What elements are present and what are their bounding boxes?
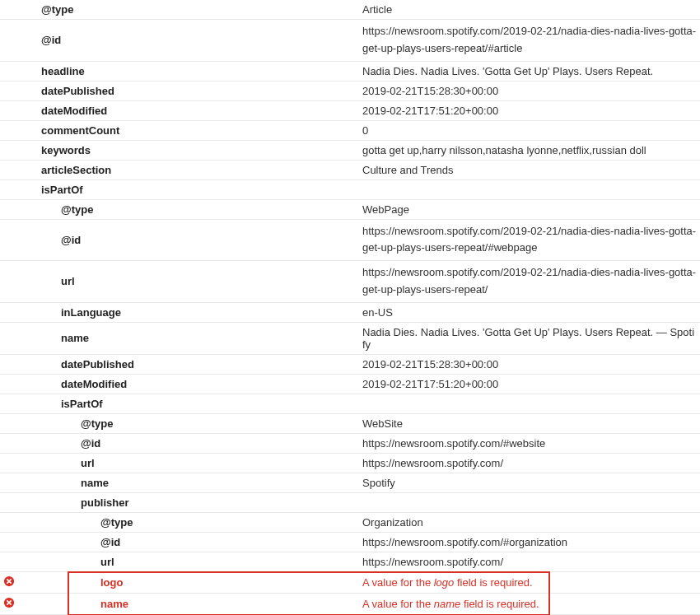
property-key-cell: name	[0, 473, 362, 492]
property-value: Nadia Dies. Nadia Lives. 'Gotta Get Up' …	[362, 323, 700, 354]
property-row[interactable]: articleSectionCulture and Trends	[0, 161, 700, 180]
property-value: Culture and Trends	[362, 161, 700, 179]
property-value: A value for the logo field is required.	[362, 573, 700, 592]
property-value: Nadia Dies. Nadia Lives. 'Gotta Get Up' …	[362, 62, 700, 81]
property-key-cell: url	[0, 552, 362, 571]
property-key-cell: @type	[0, 200, 362, 219]
property-key-cell: url	[0, 454, 362, 473]
property-key: name	[18, 477, 109, 489]
property-key-cell: headline	[0, 62, 362, 81]
property-key: datePublished	[18, 358, 134, 370]
property-value: A value for the name field is required.	[362, 594, 700, 613]
property-row[interactable]: headlineNadia Dies. Nadia Lives. 'Gotta …	[0, 62, 700, 82]
property-key: @id	[18, 34, 61, 46]
property-value: https://newsroom.spotify.com/#organizati…	[362, 533, 700, 552]
property-key-cell: @type	[0, 414, 362, 433]
structured-data-table: @typeArticle@idhttps://newsroom.spotify.…	[0, 0, 700, 615]
property-key: isPartOf	[18, 184, 83, 196]
property-key-cell: dateModified	[0, 101, 362, 120]
property-key: url	[18, 275, 75, 287]
property-key-cell: datePublished	[0, 355, 362, 374]
property-value: Spotify	[362, 473, 700, 492]
error-icon	[3, 575, 15, 589]
property-key-cell: @id	[0, 231, 362, 249]
property-row[interactable]: @typeWebSite	[0, 414, 700, 434]
property-key-cell: inLanguage	[0, 303, 362, 322]
property-key-cell: name	[0, 594, 362, 614]
property-key-cell: publisher	[0, 493, 362, 512]
property-key-cell: name	[0, 328, 362, 347]
property-value: https://newsroom.spotify.com/2019-02-21/…	[362, 261, 700, 302]
property-row[interactable]: publisher	[0, 493, 700, 513]
property-row[interactable]: @idhttps://newsroom.spotify.com/#website	[0, 434, 700, 454]
property-row[interactable]: keywordsgotta get up,harry nilsson,natas…	[0, 141, 700, 161]
property-row[interactable]: urlhttps://newsroom.spotify.com/	[0, 552, 700, 572]
property-key-cell: keywords	[0, 141, 362, 160]
property-key: logo	[18, 576, 123, 589]
property-value: Organization	[362, 513, 700, 532]
property-key-cell: articleSection	[0, 161, 362, 179]
property-key: @id	[18, 234, 81, 246]
property-key: keywords	[18, 144, 91, 156]
property-key-cell: @id	[0, 434, 362, 453]
property-key: @type	[18, 3, 73, 16]
property-value: 2019-02-21T17:51:20+00:00	[362, 101, 700, 120]
property-key: @type	[18, 417, 113, 430]
property-row[interactable]: datePublished2019-02-21T15:28:30+00:00	[0, 82, 700, 101]
error-icon	[3, 597, 15, 611]
property-row[interactable]: urlhttps://newsroom.spotify.com/	[0, 454, 700, 473]
property-value: 2019-02-21T15:28:30+00:00	[362, 355, 700, 374]
row-icon-column	[0, 575, 18, 589]
property-value: 0	[362, 121, 700, 140]
property-value: 2019-02-21T15:28:30+00:00	[362, 82, 700, 100]
property-value	[362, 499, 700, 506]
property-row[interactable]: isPartOf	[0, 394, 700, 414]
property-row[interactable]: logoA value for the logo field is requir…	[0, 572, 700, 594]
property-key: articleSection	[18, 164, 111, 176]
property-row[interactable]: @idhttps://newsroom.spotify.com/2019-02-…	[0, 220, 700, 262]
property-key-cell: @id	[0, 533, 362, 552]
property-row[interactable]: @idhttps://newsroom.spotify.com/2019-02-…	[0, 20, 700, 62]
property-row[interactable]: @typeWebPage	[0, 200, 700, 220]
property-row[interactable]: datePublished2019-02-21T15:28:30+00:00	[0, 355, 700, 375]
property-key: name	[18, 598, 128, 610]
property-value: WebPage	[362, 200, 700, 219]
property-row[interactable]: @idhttps://newsroom.spotify.com/#organiz…	[0, 533, 700, 552]
property-row[interactable]: @typeOrganization	[0, 513, 700, 533]
property-key: url	[18, 457, 95, 469]
property-row[interactable]: urlhttps://newsroom.spotify.com/2019-02-…	[0, 261, 700, 303]
property-key-cell: logo	[0, 572, 362, 593]
property-key: @type	[18, 516, 133, 529]
property-key: @type	[18, 203, 93, 216]
property-key: commentCount	[18, 124, 119, 137]
property-value: https://newsroom.spotify.com/2019-02-21/…	[362, 20, 700, 61]
property-row[interactable]: dateModified2019-02-21T17:51:20+00:00	[0, 375, 700, 394]
row-icon-column	[0, 597, 18, 611]
property-row[interactable]: nameNadia Dies. Nadia Lives. 'Gotta Get …	[0, 323, 700, 355]
property-row[interactable]: inLanguageen-US	[0, 303, 700, 323]
property-key: dateModified	[18, 378, 127, 390]
property-key-cell: url	[0, 272, 362, 291]
property-row[interactable]: commentCount0	[0, 121, 700, 141]
property-key: isPartOf	[18, 398, 103, 410]
property-row[interactable]: dateModified2019-02-21T17:51:20+00:00	[0, 101, 700, 121]
property-key: @id	[18, 437, 100, 450]
property-key-cell: @type	[0, 0, 362, 19]
property-key: dateModified	[18, 105, 107, 117]
property-row[interactable]: nameA value for the name field is requir…	[0, 594, 700, 615]
property-value: Article	[362, 0, 700, 19]
property-row[interactable]: isPartOf	[0, 180, 700, 200]
property-value: https://newsroom.spotify.com/2019-02-21/…	[362, 220, 700, 261]
property-key-cell: @type	[0, 513, 362, 532]
property-value: 2019-02-21T17:51:20+00:00	[362, 375, 700, 394]
property-row[interactable]: @typeArticle	[0, 0, 700, 20]
property-row[interactable]: nameSpotify	[0, 473, 700, 493]
property-key: url	[18, 556, 114, 568]
property-key: headline	[18, 65, 85, 77]
property-key-cell: datePublished	[0, 82, 362, 100]
property-key-cell: isPartOf	[0, 180, 362, 199]
property-value: https://newsroom.spotify.com/	[362, 454, 700, 473]
property-key-cell: commentCount	[0, 121, 362, 140]
property-key-cell: dateModified	[0, 375, 362, 394]
property-key: inLanguage	[18, 306, 121, 319]
